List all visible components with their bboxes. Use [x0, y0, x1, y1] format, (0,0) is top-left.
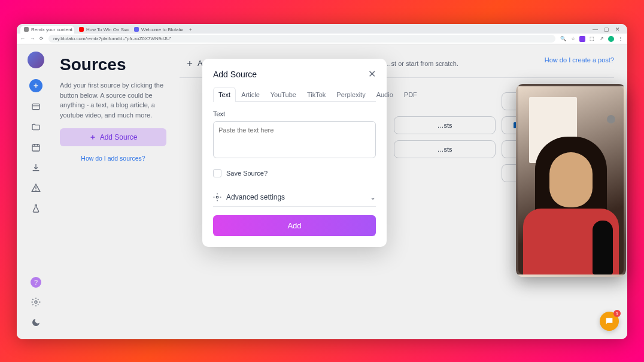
tab-tiktok[interactable]: TikTok — [302, 87, 331, 102]
close-icon[interactable]: × — [180, 27, 183, 32]
browser-tab-1[interactable]: How To Win On Social Media t… × — [75, 26, 129, 34]
close-window-button[interactable]: ✕ — [615, 26, 620, 32]
folder-icon[interactable] — [30, 121, 42, 133]
tab-label: Remix your content — [31, 27, 72, 32]
flask-icon[interactable] — [30, 203, 42, 215]
advanced-label: Advanced settings — [226, 193, 285, 201]
extension-icon[interactable]: ⬚ — [589, 36, 595, 42]
svg-rect-0 — [32, 104, 40, 109]
plus-icon — [89, 134, 96, 141]
hint-text: …st or start from scratch. — [385, 60, 458, 67]
close-icon[interactable]: × — [69, 27, 72, 32]
address-field[interactable]: my.blotato.com/remix?platformId="pfr-xoZ… — [48, 35, 555, 43]
sources-desc: Add your first source by clicking the bu… — [60, 80, 166, 120]
menu-icon[interactable]: ⋮ — [618, 36, 624, 42]
tile-label: …sts — [437, 122, 452, 129]
advanced-settings-toggle[interactable]: Advanced settings ⌄ — [213, 188, 376, 207]
chat-button[interactable]: 1 — [600, 312, 619, 331]
modal-tabs: Text Article YouTube TikTok Perplexity A… — [213, 87, 376, 102]
partial-tile[interactable]: …sts — [394, 116, 496, 134]
svg-point-4 — [216, 196, 218, 198]
chat-badge: 1 — [613, 310, 621, 317]
url-text: my.blotato.com/remix?platformId="pfr-xoZ… — [53, 36, 171, 41]
chat-icon — [604, 316, 614, 326]
tab-pdf[interactable]: PDF — [399, 87, 423, 102]
chevron-down-icon: ⌄ — [370, 193, 376, 201]
extension-icon[interactable] — [579, 36, 585, 42]
help-icon[interactable]: ? — [31, 277, 41, 288]
add-source-modal: Add Source ✕ Text Article YouTube TikTok… — [202, 59, 387, 247]
minimize-button[interactable]: — — [593, 26, 598, 32]
calendar-icon[interactable] — [30, 141, 42, 153]
zoom-icon[interactable]: 🔍 — [560, 36, 566, 42]
tab-youtube[interactable]: YouTube — [265, 87, 302, 102]
tab-label: Welcome to Blotato | by Sabri… — [141, 27, 184, 32]
save-source-checkbox[interactable] — [213, 169, 221, 177]
sidebar: ? — [17, 44, 55, 339]
tab-text[interactable]: Text — [213, 87, 236, 102]
extension-icon[interactable]: ↗ — [599, 36, 604, 42]
tab-perplexity[interactable]: Perplexity — [331, 87, 370, 102]
how-create-post-link[interactable]: How do I create a post? — [545, 56, 614, 64]
text-field-label: Text — [213, 110, 376, 117]
tile-label: …sts — [437, 146, 452, 153]
add-icon[interactable] — [29, 79, 42, 92]
plus-icon — [186, 59, 194, 68]
close-icon[interactable]: × — [124, 27, 127, 32]
reload-button[interactable]: ⟳ — [40, 36, 44, 41]
logo[interactable] — [28, 52, 44, 68]
svg-point-2 — [35, 301, 37, 303]
profile-avatar[interactable] — [608, 36, 614, 42]
partial-tile-2[interactable]: …sts — [394, 140, 496, 158]
source-text-input[interactable] — [213, 121, 376, 158]
save-source-label: Save Source? — [226, 170, 268, 177]
inbox-icon[interactable] — [30, 101, 42, 113]
browser-tab-2[interactable]: Welcome to Blotato | by Sabri… × — [130, 26, 184, 34]
favicon-icon — [134, 27, 139, 32]
settings-icon[interactable] — [30, 296, 42, 308]
page-title: Sources — [60, 55, 166, 74]
modal-title: Add Source — [213, 70, 257, 79]
add-button[interactable]: Add — [213, 215, 376, 236]
theme-icon[interactable] — [30, 316, 42, 328]
favicon-icon — [79, 27, 84, 32]
add-button-label: Add — [287, 221, 301, 230]
new-tab-button[interactable]: + — [186, 27, 196, 32]
favicon-icon — [24, 27, 29, 32]
browser-tab-0[interactable]: Remix your content × — [20, 26, 74, 34]
sources-pane: Sources Add your first source by clickin… — [60, 55, 166, 328]
webcam-overlay — [516, 84, 626, 277]
svg-rect-1 — [32, 144, 40, 151]
modal-close-button[interactable]: ✕ — [368, 68, 376, 80]
tab-audio[interactable]: Audio — [371, 87, 399, 102]
add-source-button[interactable]: Add Source — [60, 128, 166, 146]
maximize-button[interactable]: ▢ — [604, 26, 609, 32]
tab-article[interactable]: Article — [236, 87, 265, 102]
warning-icon[interactable] — [30, 182, 42, 194]
forward-button[interactable]: → — [30, 36, 35, 41]
how-add-sources-link[interactable]: How do I add sources? — [60, 155, 166, 162]
download-icon[interactable] — [30, 162, 42, 174]
url-bar: ← → ⟳ my.blotato.com/remix?platformId="p… — [17, 34, 627, 44]
person-silhouette — [523, 137, 619, 274]
star-icon[interactable]: ☆ — [570, 36, 576, 42]
back-button[interactable]: ← — [20, 36, 25, 41]
tab-bar: Remix your content × How To Win On Socia… — [17, 24, 627, 34]
add-source-label: Add Source — [100, 133, 138, 141]
tab-label: How To Win On Social Media t… — [86, 27, 129, 32]
window-controls: — ▢ ✕ — [593, 26, 624, 32]
gear-icon — [213, 193, 221, 201]
